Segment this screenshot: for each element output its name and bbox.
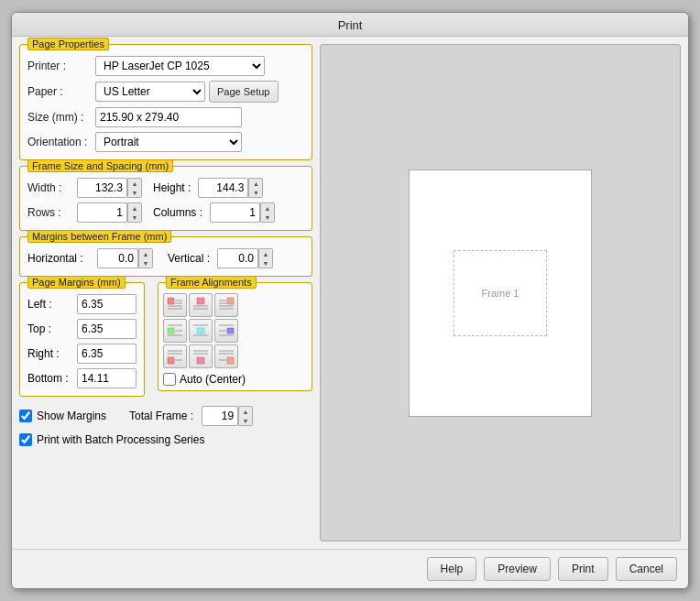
columns-spinner: ▲ ▼ <box>210 202 275 223</box>
total-frame-label: Total Frame : <box>129 410 193 422</box>
frame-alignments-label: Frame Alignments <box>166 276 257 289</box>
height-down[interactable]: ▼ <box>249 188 262 197</box>
page-properties-label: Page Properties <box>27 38 109 50</box>
orientation-select[interactable]: PortraitLandscape <box>95 132 242 152</box>
print-batch-checkbox[interactable] <box>19 433 32 446</box>
bottom-input[interactable] <box>77 368 137 388</box>
width-down[interactable]: ▼ <box>128 188 141 197</box>
rows-arrows: ▲ ▼ <box>127 202 142 223</box>
left-row: Left : <box>27 294 137 314</box>
show-margins-checkbox[interactable] <box>19 410 32 422</box>
size-input[interactable]: 215.90 x 279.40 <box>95 107 242 127</box>
rows-label: Rows : <box>27 206 73 219</box>
svg-rect-18 <box>197 328 204 333</box>
svg-rect-26 <box>168 357 174 364</box>
show-margins-label[interactable]: Show Margins <box>37 410 106 422</box>
vertical-down[interactable]: ▼ <box>259 258 272 268</box>
height-label: Height : <box>153 181 191 194</box>
frame-1-label: Frame 1 <box>454 250 548 336</box>
help-button[interactable]: Help <box>427 557 477 581</box>
bottom-buttons: Help Preview Print Cancel <box>427 557 677 581</box>
total-frame-up[interactable]: ▲ <box>239 407 252 416</box>
alignment-grid <box>163 293 307 368</box>
frame-size-section: Frame Size and Spacing (mm) Width : ▲ ▼ … <box>19 166 312 231</box>
printer-select[interactable]: HP LaserJet CP 1025 <box>95 56 265 76</box>
height-spinner: ▲ ▼ <box>198 178 263 198</box>
page-margins-label: Page Margins (mm) <box>27 276 126 289</box>
total-frame-arrows: ▲ ▼ <box>238 406 253 426</box>
orientation-label: Orientation : <box>27 136 92 148</box>
vertical-label: Vertical : <box>168 252 210 265</box>
rows-down[interactable]: ▼ <box>128 213 141 222</box>
align-middle-left[interactable] <box>163 319 187 343</box>
rows-spinner: ▲ ▼ <box>77 202 142 223</box>
svg-rect-0 <box>168 298 174 304</box>
right-row: Right : <box>27 344 137 364</box>
columns-up[interactable]: ▲ <box>261 203 274 213</box>
horizontal-spinner: ▲ ▼ <box>97 248 153 268</box>
height-up[interactable]: ▲ <box>249 179 262 188</box>
align-bottom-right[interactable] <box>214 344 238 368</box>
top-input[interactable] <box>77 319 137 339</box>
auto-center-label[interactable]: Auto (Center) <box>180 373 246 386</box>
printer-row: Printer : HP LaserJet CP 1025 <box>27 56 304 76</box>
rows-up[interactable]: ▲ <box>128 203 141 213</box>
paper-row: Paper : US Letter Page Setup <box>27 81 304 103</box>
svg-rect-8 <box>227 298 234 304</box>
align-bottom-left[interactable] <box>163 344 187 368</box>
top-row: Top : <box>27 319 137 339</box>
top-label: Top : <box>27 322 73 335</box>
width-spinner: ▲ ▼ <box>77 178 142 198</box>
rows-input[interactable] <box>77 202 127 223</box>
width-input[interactable] <box>77 178 127 198</box>
bottom-row: Bottom : <box>27 368 137 388</box>
left-label: Left : <box>27 298 73 311</box>
align-top-center[interactable] <box>189 293 213 317</box>
h-v-margins-row: Horizontal : ▲ ▼ Vertical : ▲ ▼ <box>27 248 304 268</box>
align-top-right[interactable] <box>214 293 238 317</box>
right-label: Right : <box>27 347 73 360</box>
width-up[interactable]: ▲ <box>128 179 141 188</box>
frame-align-wrapper: Frame Alignments <box>150 282 312 391</box>
cancel-button[interactable]: Cancel <box>616 557 677 581</box>
frame-alignments-section: Frame Alignments <box>158 282 312 391</box>
align-top-left[interactable] <box>163 293 187 317</box>
vertical-arrows: ▲ ▼ <box>258 248 273 268</box>
total-frame-input[interactable] <box>202 406 238 426</box>
left-input[interactable] <box>77 294 137 314</box>
dialog-title: Print <box>12 13 688 37</box>
horizontal-down[interactable]: ▼ <box>139 258 152 268</box>
align-middle-right[interactable] <box>214 319 238 343</box>
page-preview: Frame 1 <box>409 169 592 417</box>
preview-button[interactable]: Preview <box>484 557 551 581</box>
columns-input[interactable] <box>210 202 260 223</box>
dialog-bottom: Help Preview Print Cancel <box>12 549 688 588</box>
height-input[interactable] <box>198 178 248 198</box>
auto-center-row: Auto (Center) <box>163 373 307 386</box>
svg-rect-30 <box>197 357 204 364</box>
svg-rect-14 <box>168 328 174 333</box>
page-setup-button[interactable]: Page Setup <box>209 81 279 103</box>
margins-between-section: Margins between Frame (mm) Horizontal : … <box>19 236 312 277</box>
paper-select[interactable]: US Letter <box>95 82 205 102</box>
svg-rect-5 <box>197 298 204 304</box>
align-middle-center[interactable] <box>189 319 213 343</box>
horizontal-up[interactable]: ▲ <box>139 249 152 258</box>
right-input[interactable] <box>77 344 137 364</box>
width-arrows: ▲ ▼ <box>127 178 142 198</box>
print-button[interactable]: Print <box>558 557 608 581</box>
width-label: Width : <box>27 181 73 194</box>
columns-down[interactable]: ▼ <box>261 213 274 222</box>
page-margins-section: Page Margins (mm) Left : Top : Right : <box>19 282 145 397</box>
auto-center-checkbox[interactable] <box>163 373 176 386</box>
bottom-options: Show Margins Total Frame : ▲ ▼ Print wit… <box>19 402 312 453</box>
horizontal-arrows: ▲ ▼ <box>138 248 153 268</box>
horizontal-input[interactable] <box>97 248 138 268</box>
total-frame-down[interactable]: ▼ <box>239 416 252 425</box>
print-batch-label[interactable]: Print with Batch Processing Series <box>37 433 204 446</box>
vertical-up[interactable]: ▲ <box>259 249 272 258</box>
print-dialog: Print Page Properties Printer : HP Laser… <box>11 12 689 589</box>
vertical-input[interactable] <box>217 248 258 268</box>
print-batch-row: Print with Batch Processing Series <box>19 433 312 446</box>
align-bottom-center[interactable] <box>189 344 213 368</box>
